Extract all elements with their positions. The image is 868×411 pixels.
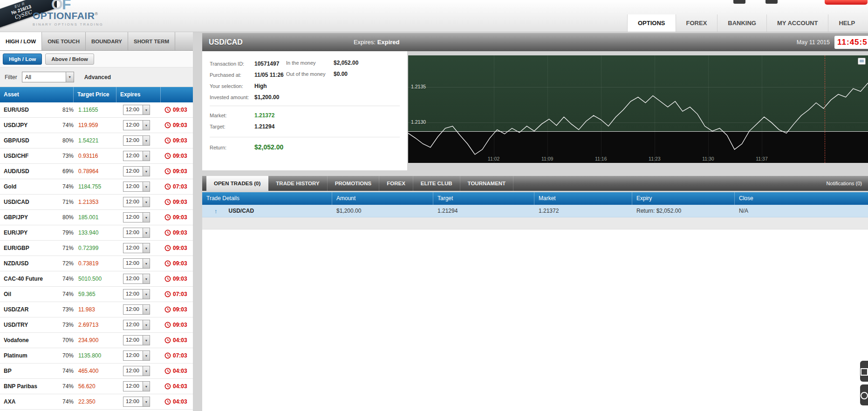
subtab-above-below[interactable]: Above / Below [45,54,94,65]
filter-bar: Filter All ▼ Advanced [0,67,193,87]
asset-row-usd-chf[interactable]: USD/CHF73%0.9311612:00▼09:03 [0,148,193,164]
nav-tab-forex[interactable]: FOREX [676,14,718,32]
expiry-select[interactable]: 12:00▼ [123,258,150,269]
nav-tab-options[interactable]: OPTIONS [627,14,676,32]
asset-row-usd-cad[interactable]: USD/CAD71%1.2135312:00▼09:03 [0,195,193,210]
option-type-tab-boundary[interactable]: BOUNDARY [86,32,128,50]
money-label: Out of the money [286,68,334,80]
asset-row-axa[interactable]: AXA74%22.35012:00▼04:03 [0,394,193,410]
asset-row-platinum[interactable]: Platinum70%1135.80012:00▼07:03 [0,348,193,364]
expiry-select[interactable]: 12:00▼ [123,120,150,130]
asset-payout: 70% [56,337,74,344]
asset-row-usd-zar[interactable]: USD/ZAR73%11.98312:00▼09:03 [0,302,193,317]
asset-target-price: 5010.500 [74,276,116,282]
column-empty [161,87,193,102]
asset-target-price: 56.620 [74,383,116,390]
expiry-select[interactable]: 12:00▼ [123,135,150,146]
expiry-select-value: 12:00 [123,105,143,115]
expiry-select[interactable]: 12:00▼ [123,105,150,115]
asset-name: USD/CAD [0,199,56,205]
bottom-tab-elite-club[interactable]: ELITE CLUB [413,176,460,191]
expiry-select[interactable]: 12:00▼ [123,289,150,299]
return-row: Return:$2,052.00 [210,141,400,153]
asset-row-eur-usd[interactable]: EUR/USD81%1.1165512:00▼09:03 [0,102,193,118]
chevron-down-icon: ▼ [143,397,150,406]
expiry-countdown: 09:03 [161,260,193,267]
expiry-select[interactable]: 12:00▼ [123,304,150,315]
asset-target-price: 1184.755 [74,183,116,190]
optionfair-logo[interactable]: OF OPTIONFAIR® BINARY OPTIONS TRADING [33,5,140,27]
bottom-tab-forex[interactable]: FOREX [379,176,413,191]
subtab-high-low[interactable]: High / Low [3,54,42,65]
clock-icon [164,276,171,282]
expiry-select[interactable]: 12:00▼ [123,228,150,238]
asset-payout: 79% [56,229,74,236]
asset-row-eur-gbp[interactable]: EUR/GBP71%0.7239912:00▼09:03 [0,241,193,256]
asset-row-gbp-usd[interactable]: GBP/USD80%1.5422112:00▼09:03 [0,133,193,148]
edge-support-icon[interactable] [860,361,868,382]
expiry-select[interactable]: 12:00▼ [123,335,150,345]
expiry-select[interactable]: 12:00▼ [123,243,150,253]
asset-row-cac-40-future[interactable]: CAC-40 Future74%5010.50012:00▼09:03 [0,271,193,287]
expiry-time: 09:03 [173,245,187,251]
bottom-tabs: OPEN TRADES (0)TRADE HISTORYPROMOTIONSFO… [206,176,513,191]
advanced-button[interactable]: Advanced [84,74,111,81]
asset-name: NZD/USD [0,260,56,267]
asset-row-bnp-paribas[interactable]: BNP Paribas74%56.62012:00▼04:03 [0,379,193,394]
expiry-select[interactable]: 12:00▼ [123,197,150,207]
asset-row-usd-try[interactable]: USD/TRY73%2.6971312:00▼09:03 [0,317,193,333]
chart-popout-icon[interactable] [858,58,866,65]
money-rows: In the money$2,052.00Out of the money$0.… [286,57,358,79]
asset-row-gold[interactable]: Gold74%1184.75512:00▼07:03 [0,179,193,195]
nav-tab-my-account[interactable]: MY ACCOUNT [766,14,828,32]
asset-row-gbp-jpy[interactable]: GBP/JPY80%185.00112:00▼09:03 [0,210,193,225]
expiry-select[interactable]: 12:00▼ [123,274,150,284]
option-type-tab-high-low[interactable]: HIGH / LOW [0,32,42,50]
asset-row-usd-jpy[interactable]: USD/JPY74%119.95912:00▼09:03 [0,118,193,133]
nav-tab-banking[interactable]: BANKING [717,14,766,32]
asset-row-aud-usd[interactable]: AUD/USD69%0.7896412:00▼09:03 [0,164,193,179]
expiry-select[interactable]: 12:00▼ [123,166,150,176]
asset-payout: 73% [56,322,74,328]
option-type-tab-one-touch[interactable]: ONE TOUCH [42,32,86,50]
logo-tagline: BINARY OPTIONS TRADING [33,22,140,27]
expiry-select[interactable]: 12:00▼ [123,212,150,222]
option-type-tab-short-term[interactable]: SHORT TERM [128,32,175,50]
price-tick-label: 1.2130 [411,120,426,125]
bottom-tab-promotions[interactable]: PROMOTIONS [328,176,380,191]
expires-status: Expires:Expired [354,39,400,46]
asset-row-nzd-usd[interactable]: NZD/USD72%0.7381912:00▼09:03 [0,256,193,271]
asset-row-bp[interactable]: BP74%465.40012:00▼04:03 [0,364,193,379]
bottom-tab-open-trades-0[interactable]: OPEN TRADES (0) [206,176,268,191]
expiry-countdown: 09:03 [161,322,193,328]
bottom-tab-tournament[interactable]: TOURNAMENT [460,176,514,191]
option-type-tabs: HIGH / LOWONE TOUCHBOUNDARYSHORT TERM [0,32,193,51]
asset-row-vodafone[interactable]: Vodafone70%234.90012:00▼04:03 [0,333,193,348]
bottom-tab-trade-history[interactable]: TRADE HISTORY [268,176,327,191]
asset-name: Platinum [0,352,56,359]
trade-target: 1.21294 [433,208,534,214]
notifications-link[interactable]: Notifications (0) [827,176,868,191]
edge-chat-icon[interactable] [860,384,868,405]
target-row: Target:1.21294 [210,121,400,132]
asset-row-eur-jpy[interactable]: EUR/JPY79%133.94012:00▼09:03 [0,225,193,241]
logo-wordmark: OPTIONFAIR® [33,10,140,21]
expiry-select[interactable]: 12:00▼ [123,151,150,161]
expiry-select[interactable]: 12:00▼ [123,366,150,376]
expiry-select[interactable]: 12:00▼ [123,320,150,330]
asset-row-oil[interactable]: Oil74%59.36512:00▼07:03 [0,287,193,302]
expiry-select[interactable]: 12:00▼ [123,350,150,361]
clock-icon [164,229,171,236]
top-header: EU R № 216/13 CySEC OF OPTIONFAIR® BINAR… [0,0,868,32]
expiry-select[interactable]: 12:00▼ [123,182,150,192]
assets-sidebar: HIGH / LOWONE TOUCHBOUNDARYSHORT TERM Hi… [0,32,193,411]
clock-icon [164,107,171,113]
expiry-select[interactable]: 12:00▼ [123,397,150,407]
expiry-select[interactable]: 12:00▼ [123,381,150,391]
nav-tab-help[interactable]: HELP [828,14,865,32]
asset-name: USD/CHF [0,153,56,159]
expiry-countdown: 04:03 [161,383,193,390]
filter-select[interactable]: All ▼ [22,72,74,82]
open-trade-row[interactable]: ↑USD/CAD$1,200.001.212941.21372Return: $… [202,205,868,217]
cut-red-button[interactable] [825,0,868,5]
